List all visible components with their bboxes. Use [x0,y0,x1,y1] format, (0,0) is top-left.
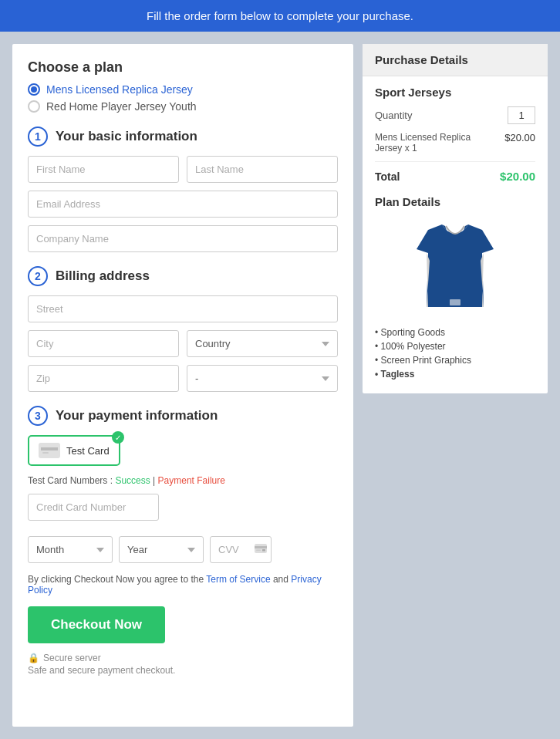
total-price: $20.00 [500,170,535,183]
feature-1: 100% Polyester [375,339,535,353]
right-panel: Purchase Details Sport Jerseys Quantity … [363,44,548,393]
payment-expiry-row: Month Year [28,536,338,563]
section1-header: 1 Your basic information [28,127,338,147]
section1-title: Your basic information [56,129,197,144]
card-check-badge: ✓ [112,431,124,444]
tos-link[interactable]: Term of Service [206,574,270,585]
quantity-label: Quantity [375,110,412,121]
svg-rect-2 [42,452,49,454]
item-row: Mens Licensed Replica Jersey x 1 $20.00 [375,132,535,162]
zip-input[interactable] [28,365,179,392]
quantity-value: 1 [508,106,535,124]
item-price: $20.00 [504,132,535,143]
svg-rect-4 [255,546,267,548]
feature-2: Screen Print Graphics [375,353,535,367]
secure-server-label: Secure server [43,653,101,663]
plan-details-title: Plan Details [375,195,535,208]
plan-option-youth[interactable]: Red Home Player Jersey Youth [28,100,338,113]
choose-plan-section: Choose a plan Mens Licensed Replica Jers… [28,59,338,113]
item-name: Mens Licensed Replica Jersey x 1 [375,132,475,154]
section3-header: 3 Your payment information [28,406,338,426]
year-select[interactable]: Year [119,536,204,563]
name-row [28,156,338,183]
success-link[interactable]: Success [115,475,150,486]
month-select[interactable]: Month [28,536,113,563]
svg-rect-7 [450,299,460,305]
svg-rect-1 [41,447,58,450]
card-label: Test Card [66,445,110,457]
jersey-image [409,216,501,316]
plan-features: Sporting Goods 100% Polyester Screen Pri… [375,326,535,381]
left-panel: Choose a plan Mens Licensed Replica Jers… [12,44,353,727]
section2-title: Billing address [56,268,150,284]
radio-youth[interactable] [28,100,40,113]
sport-jerseys-title: Sport Jerseys [375,86,535,99]
last-name-input[interactable] [187,156,338,183]
banner-text: Fill the order form below to complete yo… [147,9,413,22]
radio-mens[interactable] [28,83,40,96]
terms-text: By clicking Checkout Now you agree to th… [28,574,338,596]
state-select[interactable]: - [187,365,338,392]
secure-sub-text: Safe and secure payment checkout. [28,665,338,676]
plan-label-youth: Red Home Player Jersey Youth [46,100,197,113]
top-banner: Fill the order form below to complete yo… [0,0,560,32]
secure-server: 🔒 Secure server [28,653,338,663]
purchase-details-header: Purchase Details [363,44,548,76]
feature-3: Tagless [375,367,535,381]
card-icon [39,443,60,458]
checkout-button[interactable]: Checkout Now [28,606,165,643]
email-row [28,191,338,218]
section2-header: 2 Billing address [28,266,338,286]
section2-number: 2 [28,266,48,286]
city-country-row: Country [28,330,338,357]
choose-plan-title: Choose a plan [28,59,338,76]
cvv-icon [255,544,267,555]
svg-rect-5 [256,550,261,552]
plan-label-mens: Mens Licensed Replica Jersey [46,83,193,96]
test-card-label: Test Card Numbers : [28,475,113,486]
company-input[interactable] [28,225,338,252]
company-row [28,225,338,252]
right-content: Sport Jerseys Quantity 1 Mens Licensed R… [363,86,548,381]
total-row: Total $20.00 [375,170,535,183]
zip-state-row: - [28,365,338,392]
first-name-input[interactable] [28,156,179,183]
svg-rect-6 [262,549,265,552]
street-row [28,295,338,322]
email-input[interactable] [28,191,338,218]
section3-title: Your payment information [56,408,218,423]
section1-number: 1 [28,127,48,147]
city-input[interactable] [28,330,179,357]
cc-number-row [28,494,338,528]
street-input[interactable] [28,295,338,322]
feature-0: Sporting Goods [375,326,535,339]
cc-number-input[interactable] [28,494,159,521]
test-card-numbers: Test Card Numbers : Success | Payment Fa… [28,475,338,486]
country-select[interactable]: Country [187,330,338,357]
failure-link[interactable]: Payment Failure [158,475,225,486]
plan-option-mens[interactable]: Mens Licensed Replica Jersey [28,83,338,96]
total-label: Total [375,170,400,183]
test-card-option[interactable]: Test Card ✓ [28,435,120,466]
quantity-row: Quantity 1 [375,106,535,124]
lock-icon: 🔒 [28,653,39,663]
cvv-wrapper [210,536,272,563]
section3-number: 3 [28,406,48,426]
